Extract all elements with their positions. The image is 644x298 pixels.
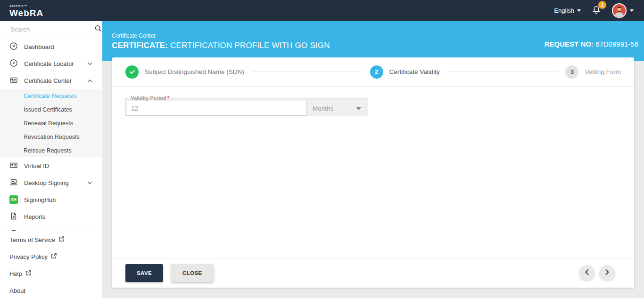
- chevron-left-icon: [584, 269, 590, 277]
- sidebar-item-desktop-signing[interactable]: Desktop Signing: [0, 174, 102, 191]
- chevron-right-icon: [604, 269, 610, 277]
- step-subject-distinguished-name[interactable]: Subject Distinguished Name (SDN): [125, 65, 244, 79]
- external-link-icon: [51, 253, 57, 260]
- laptop-signing-icon: [9, 178, 18, 188]
- sidebar-subitem-revocation-requests[interactable]: Revocation Requests: [0, 130, 102, 144]
- sidebar-footer: Terms of Service Privacy Policy Help Abo…: [0, 231, 102, 298]
- compass-icon: [9, 59, 18, 69]
- footer-link-label: Help: [9, 270, 22, 277]
- user-menu[interactable]: [612, 3, 634, 18]
- request-number: REQUEST NO: 67D09991-56: [545, 40, 638, 48]
- validity-period-fieldset: Validity Period* Months: [125, 95, 368, 116]
- brand-webra-label: WebRA: [9, 8, 43, 17]
- validity-unit-value: Months: [313, 105, 333, 112]
- save-button[interactable]: SAVE: [125, 264, 163, 282]
- certificate-card-icon: [9, 76, 18, 86]
- chevron-down-icon: [87, 181, 92, 185]
- sidebar-subitem-renewal-requests[interactable]: Renewal Requests: [0, 116, 102, 130]
- chevron-up-icon: [87, 79, 92, 82]
- sidebar-search: [0, 21, 102, 38]
- notification-count-badge: 1: [598, 1, 606, 9]
- document-icon: [9, 212, 18, 222]
- step-label: Vetting Form: [585, 68, 621, 75]
- top-navbar: Ascertia™ WebRA English 1: [0, 0, 644, 21]
- search-input[interactable]: [9, 25, 94, 33]
- wizard-stepper: Subject Distinguished Name (SDN) 2 Certi…: [112, 57, 634, 87]
- step-vetting-form[interactable]: 3 Vetting Form: [565, 65, 621, 79]
- sidebar-item-reports[interactable]: Reports: [0, 208, 102, 225]
- step-label: Certificate Validity: [389, 68, 440, 75]
- sidebar-subitem-issued-certificates[interactable]: Issued Certificates: [0, 103, 102, 116]
- wizard-footer: SAVE CLOSE: [112, 258, 634, 288]
- next-step-button[interactable]: [599, 265, 615, 281]
- search-icon[interactable]: [94, 24, 102, 34]
- main-content: Certificate Center CERTIFICATE: CERTIFIC…: [102, 21, 644, 298]
- certificate-validity-form: Validity Period* Months: [112, 87, 634, 258]
- signinghub-icon: SH: [9, 195, 18, 204]
- privacy-policy-link[interactable]: Privacy Policy: [0, 248, 102, 265]
- step-number: 2: [370, 65, 383, 79]
- request-number-value: 67D09991-56: [594, 40, 638, 48]
- validity-period-label-text: Validity Period: [131, 95, 166, 101]
- terms-of-service-link[interactable]: Terms of Service: [0, 231, 102, 248]
- footer-link-label: About: [9, 287, 25, 294]
- required-asterisk: *: [167, 95, 169, 101]
- external-link-icon: [25, 270, 32, 277]
- sidebar: Dashboard Certificate Locator Certificat…: [0, 21, 102, 298]
- notifications-button[interactable]: 1: [591, 5, 602, 17]
- sidebar-item-label: Dashboard: [24, 43, 54, 50]
- step-done-check-icon: [125, 65, 139, 79]
- sidebar-subitem-reissue-requests[interactable]: Reissue Requests: [0, 144, 102, 157]
- sidebar-item-label: SigningHub: [24, 196, 56, 203]
- language-label: English: [554, 7, 574, 14]
- page-title-prefix: CERTIFICATE:: [112, 41, 168, 50]
- id-card-icon: [9, 161, 18, 171]
- about-link[interactable]: About: [0, 282, 102, 298]
- sidebar-item-signinghub[interactable]: SH SigningHub: [0, 191, 102, 208]
- stepper-connector: [252, 72, 363, 72]
- wizard-card: Subject Distinguished Name (SDN) 2 Certi…: [112, 57, 634, 288]
- breadcrumb: Certificate Center: [112, 32, 330, 39]
- sidebar-item-dashboard[interactable]: Dashboard: [0, 38, 102, 55]
- sidebar-item-label: Certificate Locator: [24, 60, 74, 67]
- chevron-down-icon: [577, 9, 581, 12]
- stepper-connector: [447, 72, 558, 72]
- request-number-label: REQUEST NO:: [545, 40, 594, 48]
- sidebar-item-label: Virtual ID: [24, 162, 49, 169]
- validity-unit-select[interactable]: Months: [306, 101, 368, 116]
- validity-period-input[interactable]: [126, 101, 306, 116]
- language-selector[interactable]: English: [554, 7, 581, 14]
- close-button[interactable]: CLOSE: [171, 264, 214, 282]
- help-link[interactable]: Help: [0, 265, 102, 282]
- app-logo[interactable]: Ascertia™ WebRA: [9, 4, 43, 17]
- dropdown-caret-icon: [356, 107, 362, 110]
- footer-link-label: Privacy Policy: [9, 253, 48, 260]
- brand-ascertia-label: Ascertia™: [9, 4, 43, 8]
- validity-period-label: Validity Period*: [129, 95, 171, 101]
- step-label: Subject Distinguished Name (SDN): [145, 68, 244, 75]
- sidebar-item-label: Desktop Signing: [24, 179, 69, 186]
- dashboard-icon: [9, 42, 18, 52]
- sidebar-subitem-certificate-requests[interactable]: Certificate Requests: [0, 89, 102, 103]
- step-number: 3: [565, 65, 578, 79]
- sidebar-item-label: Certificate Center: [24, 77, 72, 84]
- avatar: [612, 3, 627, 18]
- certificate-center-submenu: Certificate Requests Issued Certificates…: [0, 89, 102, 157]
- page-title-text: CERTIFICATION PROFILE WITH GO SIGN: [168, 41, 330, 50]
- chevron-down-icon: [87, 62, 92, 65]
- step-certificate-validity[interactable]: 2 Certificate Validity: [370, 65, 440, 79]
- previous-step-button[interactable]: [579, 265, 595, 281]
- external-link-icon: [58, 236, 65, 243]
- page-title: CERTIFICATE: CERTIFICATION PROFILE WITH …: [112, 41, 330, 50]
- sidebar-item-certificate-locator[interactable]: Certificate Locator: [0, 55, 102, 72]
- chevron-down-icon: [630, 9, 634, 12]
- sidebar-item-label: Reports: [24, 213, 46, 220]
- sidebar-item-certificate-center[interactable]: Certificate Center: [0, 72, 102, 89]
- page-header: Certificate Center CERTIFICATE: CERTIFIC…: [102, 21, 644, 61]
- footer-link-label: Terms of Service: [9, 236, 55, 243]
- sidebar-item-virtual-id[interactable]: Virtual ID: [0, 157, 102, 174]
